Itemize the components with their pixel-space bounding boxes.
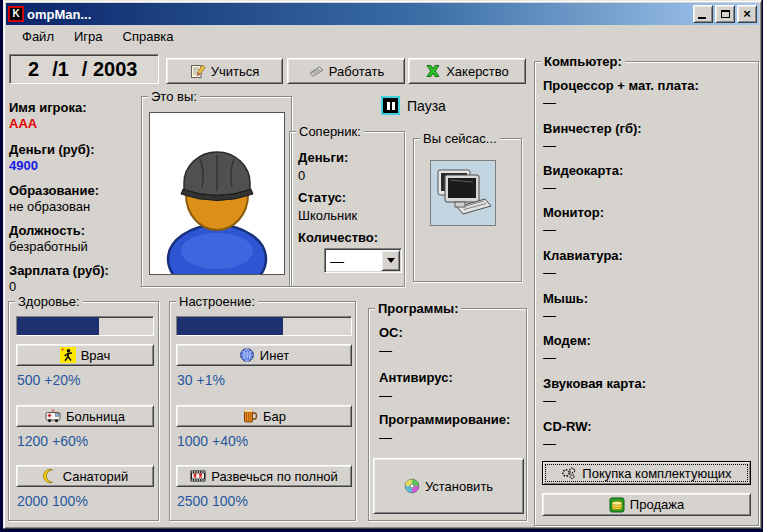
computer-item-value: — [543,265,556,280]
opponent-count-value: — [325,249,380,272]
computer-item-label: Модем: [543,333,591,348]
opponent-status-value: Школьник [298,208,357,223]
pause-icon [387,102,390,110]
hospital-label: Больница [66,409,125,424]
now-box: Вы сейсас... [413,138,522,282]
antivirus-value: — [379,388,392,403]
desktop: K ompMan... × Файл Игра Справка 2 /1 / 2… [0,0,763,532]
minimize-button[interactable] [693,5,713,23]
sell-label: Продажа [630,497,684,512]
window-title: ompMan... [27,7,693,22]
notepad-pencil-icon [190,63,206,79]
antivirus-label: Антивирус: [379,370,453,385]
computer-item-label: Мышь: [543,291,588,306]
menubar: Файл Игра Справка [6,25,759,48]
opponent-money-label: Деньги: [298,150,348,165]
computer-icon [431,161,495,225]
doctor-label: Врач [81,348,111,363]
ambulance-icon [45,408,61,424]
minimize-icon [698,17,706,19]
doctor-cost: 500 +20% [17,372,80,388]
computer-item-value: — [543,222,556,237]
date-day: 2 [28,58,39,81]
player-name-value: AAA [9,116,37,131]
party-label: Развечься по полной [211,469,338,484]
inet-button[interactable]: Инет [176,344,352,366]
health-box: Здоровье: Врач 500 +20% [8,301,159,521]
app-window: K ompMan... × Файл Игра Справка 2 /1 / 2… [3,0,762,529]
date-year: / 2003 [82,58,138,81]
opponent-count-dropdown[interactable]: — [324,248,402,273]
work-label: Работать [329,64,384,79]
hack-button[interactable]: Хакерство [408,58,526,84]
opponent-box: Соперник: Деньги: 0 Статус: Школьник Кол… [289,131,405,287]
titlebar: K ompMan... × [6,3,759,25]
programming-value: — [379,430,392,445]
party-button[interactable]: Развечься по полной [176,465,352,487]
date-display: 2 /1 / 2003 [9,54,159,84]
player-job-label: Должность: [9,223,85,238]
buy-parts-button[interactable]: Покупка комплектующих [542,461,751,485]
doctor-button[interactable]: Врач [16,344,154,366]
work-button[interactable]: Работать [287,58,405,84]
computer-item-value: — [543,138,556,153]
hospital-button[interactable]: Больница [16,405,154,427]
gears-icon [561,465,577,481]
mood-progress-fill [177,317,283,335]
menu-file[interactable]: Файл [12,26,64,47]
now-box-legend: Вы сейсас... [420,131,500,146]
health-progress-bar [16,316,154,336]
install-button[interactable]: Установить [373,458,524,514]
menu-game[interactable]: Игра [64,26,113,47]
party-cost: 2500 100% [177,493,248,509]
you-box-legend: Это вы: [148,89,200,104]
cd-icon [404,478,420,494]
opponent-money-value: 0 [298,168,305,183]
pause-label: Пауза [407,98,446,114]
programming-label: Программирование: [379,412,510,427]
computer-item-label: Монитор: [543,205,604,220]
you-box: Это вы: [141,96,292,287]
computer-box: Компьютер: Процессор + мат. плата: — Вин… [534,61,759,526]
computer-item-value: — [543,436,556,451]
resort-button[interactable]: Санаторий [16,465,154,487]
programs-box: Программы: ОС: — Антивирус: — Программир… [368,308,527,521]
study-label: Учиться [211,64,260,79]
computer-item-label: CD-RW: [543,419,592,434]
programs-legend: Программы: [375,301,461,316]
bar-button[interactable]: Бар [176,405,352,427]
player-money-value: 4900 [9,158,38,173]
globe-icon [239,347,255,363]
player-salary-label: Зарплата (руб): [9,263,109,278]
hospital-cost: 1200 +60% [17,433,88,449]
computer-item-label: Процессор + мат. плата: [543,78,699,93]
chevron-down-icon [387,258,395,263]
player-job-value: безработный [9,239,88,254]
bar-cost: 1000 +40% [177,433,248,449]
health-progress-fill [17,317,99,335]
sell-button[interactable]: Продажа [542,493,751,516]
mood-legend: Настроение: [176,294,258,309]
maximize-button[interactable] [715,5,735,23]
computer-item-value: — [543,180,556,195]
close-button[interactable]: × [737,5,757,23]
resort-label: Санаторий [63,469,129,484]
hack-label: Хакерство [446,64,509,79]
study-button[interactable]: Учиться [166,58,283,84]
inet-label: Инет [260,348,289,363]
pause-button[interactable] [381,96,400,115]
dropdown-arrow-button[interactable] [381,250,400,271]
opponent-status-label: Статус: [298,190,346,205]
computer-item-label: Винчестер (гб): [543,121,642,136]
inet-cost: 30 +1% [177,372,225,388]
resort-cost: 2000 100% [17,493,88,509]
mood-progress-bar [176,316,352,336]
bar-label: Бар [263,409,286,424]
date-month: /1 [52,58,69,81]
menu-help[interactable]: Справка [113,26,184,47]
health-legend: Здоровье: [15,294,83,309]
computer-item-value: — [543,393,556,408]
os-label: ОС: [379,325,403,340]
coins-icon [609,497,625,513]
beer-mug-icon [242,408,258,424]
